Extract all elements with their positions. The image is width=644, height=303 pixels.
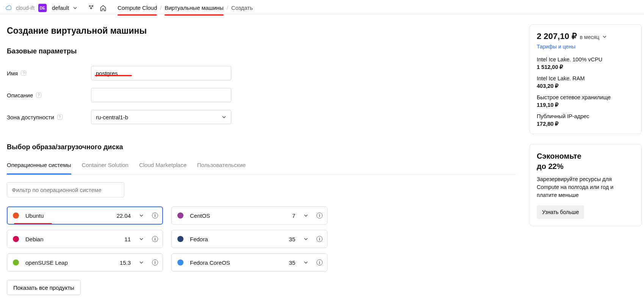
cost-item-amount: 172,80 ₽ bbox=[537, 121, 635, 127]
main-content: Создание виртуальной машины Базовые пара… bbox=[0, 14, 523, 303]
chevron-down-icon[interactable] bbox=[73, 6, 77, 10]
tab-container[interactable]: Container Solution bbox=[82, 162, 128, 174]
os-name: CentOS bbox=[190, 212, 287, 219]
sidebar: 2 207,10 ₽ в месяц Тарифы и цены Intel I… bbox=[523, 14, 644, 303]
image-tabs: Операционные системы Container Solution … bbox=[7, 162, 516, 175]
os-version: 7 bbox=[292, 212, 295, 219]
breadcrumb-vms[interactable]: Виртуальные машины bbox=[165, 5, 223, 11]
os-version: 35 bbox=[289, 259, 295, 266]
save-title-2: до 22% bbox=[537, 162, 564, 170]
chevron-down-icon[interactable] bbox=[301, 212, 311, 219]
os-card-centos[interactable]: CentOS7i bbox=[171, 206, 327, 225]
zone-select[interactable]: ru-central1-b bbox=[91, 110, 231, 124]
chevron-down-icon[interactable] bbox=[602, 34, 607, 39]
home-icon[interactable] bbox=[99, 4, 107, 12]
cloud-label: cloud-ift bbox=[16, 5, 34, 11]
svg-point-3 bbox=[13, 212, 19, 219]
tab-custom[interactable]: Пользовательские bbox=[197, 162, 246, 174]
svg-point-4 bbox=[177, 212, 183, 219]
centos-logo-icon bbox=[176, 211, 185, 220]
show-all-products-button[interactable]: Показать все продукты bbox=[7, 280, 81, 295]
top-bar: cloud-ift DE default Compute Cloud / Вир… bbox=[0, 0, 644, 14]
svg-point-5 bbox=[13, 236, 19, 242]
chevron-down-icon[interactable] bbox=[136, 259, 147, 266]
opensuse-leap-logo-icon bbox=[12, 258, 20, 267]
debian-logo-icon bbox=[12, 235, 20, 243]
save-title-1: Сэкономьте bbox=[537, 152, 581, 160]
svg-point-0 bbox=[89, 5, 90, 6]
section-image-heading: Выбор образа/загрузочного диска bbox=[7, 143, 516, 151]
os-card-fedora-coreos[interactable]: Fedora CoreOS35i bbox=[171, 253, 327, 272]
cost-item: Intel Ice Lake. RAM403,20 ₽ bbox=[537, 75, 635, 89]
cost-item-amount: 403,20 ₽ bbox=[537, 83, 635, 89]
svg-point-2 bbox=[91, 8, 92, 9]
os-card-debian[interactable]: Debian11i bbox=[7, 230, 163, 248]
cost-summary-card: 2 207,10 ₽ в месяц Тарифы и цены Intel I… bbox=[530, 24, 642, 134]
info-icon[interactable]: i bbox=[317, 259, 323, 266]
fedora-coreos-logo-icon bbox=[176, 258, 185, 267]
cost-item-label: Публичный IP-адрес bbox=[537, 113, 635, 119]
os-grid: Ubuntu22.04iCentOS7iDebian11iFedora35iop… bbox=[7, 206, 333, 272]
os-version: 35 bbox=[289, 236, 295, 242]
help-icon[interactable]: ? bbox=[57, 114, 63, 120]
info-icon[interactable]: i bbox=[317, 212, 323, 219]
cost-item-label: Быстрое сетевое хранилище bbox=[537, 94, 635, 100]
tab-os[interactable]: Операционные системы bbox=[7, 162, 71, 175]
save-card: Сэкономьте до 22% Зарезервируйте ресурсы… bbox=[530, 144, 642, 226]
cost-item-label: Intel Ice Lake. 100% vCPU bbox=[537, 56, 635, 62]
folder-badge: DE bbox=[38, 4, 47, 12]
os-name: Debian bbox=[25, 236, 119, 242]
folder-selector[interactable]: default bbox=[52, 5, 69, 11]
description-field[interactable] bbox=[91, 88, 231, 102]
services-icon[interactable] bbox=[88, 4, 96, 12]
name-field[interactable] bbox=[91, 66, 231, 80]
info-icon[interactable]: i bbox=[152, 212, 158, 219]
os-filter-input[interactable] bbox=[7, 182, 124, 197]
cost-item-amount: 1 512,00 ₽ bbox=[537, 64, 635, 70]
total-price: 2 207,10 ₽ bbox=[537, 31, 577, 41]
cost-item-amount: 119,10 ₽ bbox=[537, 102, 635, 108]
price-period: в месяц bbox=[580, 34, 599, 40]
save-body: Зарезервируйте ресурсы для Compute на по… bbox=[537, 175, 635, 199]
page-title: Создание виртуальной машины bbox=[7, 26, 516, 36]
tab-marketplace[interactable]: Cloud Marketplace bbox=[139, 162, 186, 174]
info-icon[interactable]: i bbox=[317, 236, 323, 242]
info-icon[interactable]: i bbox=[152, 259, 158, 266]
help-icon[interactable]: ? bbox=[21, 70, 26, 76]
tariffs-link[interactable]: Тарифы и цены bbox=[537, 44, 575, 50]
os-card-ubuntu[interactable]: Ubuntu22.04i bbox=[7, 206, 163, 225]
os-card-fedora[interactable]: Fedora35i bbox=[171, 230, 327, 248]
chevron-down-icon[interactable] bbox=[136, 236, 147, 242]
cost-item: Intel Ice Lake. 100% vCPU1 512,00 ₽ bbox=[537, 56, 635, 70]
chevron-down-icon[interactable] bbox=[301, 236, 311, 242]
learn-more-button[interactable]: Узнать больше bbox=[537, 205, 584, 219]
breadcrumb: Compute Cloud / Виртуальные машины / Соз… bbox=[118, 5, 253, 11]
chevron-down-icon bbox=[222, 115, 226, 119]
svg-point-1 bbox=[92, 5, 93, 6]
fedora-logo-icon bbox=[176, 235, 185, 243]
cost-item: Публичный IP-адрес172,80 ₽ bbox=[537, 113, 635, 127]
section-basic-heading: Базовые параметры bbox=[7, 47, 516, 55]
help-icon[interactable]: ? bbox=[36, 92, 41, 98]
label-name: Имя bbox=[7, 70, 18, 77]
label-zone: Зона доступности bbox=[7, 114, 54, 120]
info-icon[interactable]: i bbox=[152, 236, 158, 242]
os-version: 15.3 bbox=[120, 259, 131, 266]
os-version: 22.04 bbox=[116, 212, 131, 219]
os-name: Fedora CoreOS bbox=[190, 259, 284, 266]
label-description: Описание bbox=[7, 92, 33, 98]
os-name: openSUSE Leap bbox=[25, 259, 114, 266]
chevron-down-icon[interactable] bbox=[301, 259, 311, 266]
breadcrumb-compute-cloud[interactable]: Compute Cloud bbox=[118, 5, 157, 11]
os-name: Fedora bbox=[190, 236, 284, 242]
os-name: Ubuntu bbox=[25, 212, 111, 219]
chevron-down-icon[interactable] bbox=[136, 212, 147, 219]
svg-point-7 bbox=[13, 259, 19, 266]
ubuntu-logo-icon bbox=[12, 211, 20, 220]
os-card-opensuse-leap[interactable]: openSUSE Leap15.3i bbox=[7, 253, 163, 272]
cost-item-label: Intel Ice Lake. RAM bbox=[537, 75, 635, 81]
svg-point-6 bbox=[177, 236, 183, 242]
cost-item: Быстрое сетевое хранилище119,10 ₽ bbox=[537, 94, 635, 108]
svg-point-8 bbox=[177, 259, 183, 266]
os-version: 11 bbox=[124, 236, 131, 242]
